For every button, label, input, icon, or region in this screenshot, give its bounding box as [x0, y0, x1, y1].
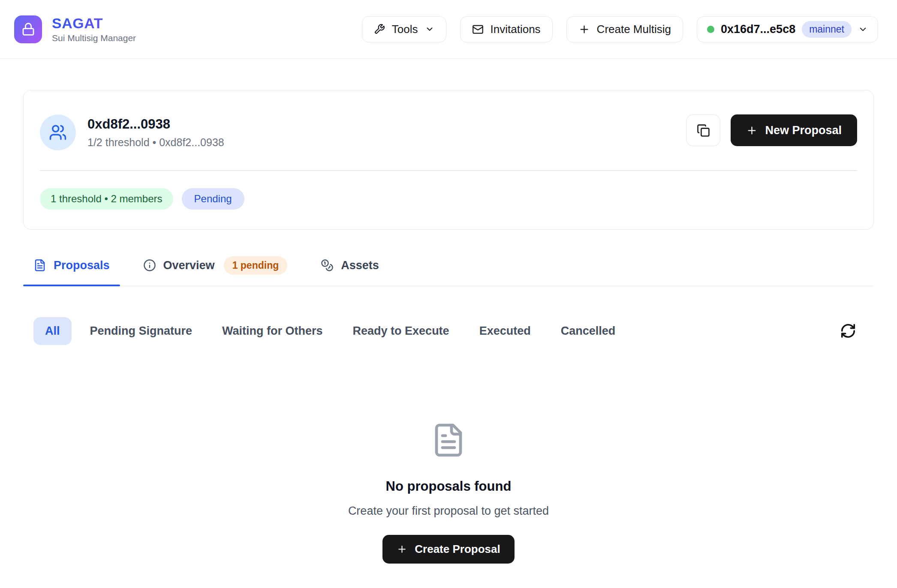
invitations-button[interactable]: Invitations: [460, 16, 553, 42]
lock-icon: [21, 22, 35, 36]
multisig-identity: 0xd8f2...0938 1/2 threshold • 0xd8f2...0…: [40, 114, 224, 150]
multisig-card: 0xd8f2...0938 1/2 threshold • 0xd8f2...0…: [23, 90, 874, 230]
membership-badge: 1 threshold • 2 members: [40, 188, 173, 210]
chevron-down-icon: [858, 24, 868, 34]
mail-icon: [472, 24, 484, 35]
connection-status-dot: [707, 26, 714, 33]
main-content: 0xd8f2...0938 1/2 threshold • 0xd8f2...0…: [0, 90, 897, 564]
empty-state-subtitle: Create your first proposal to get starte…: [348, 504, 549, 518]
multisig-text: 0xd8f2...0938 1/2 threshold • 0xd8f2...0…: [87, 117, 224, 149]
filter-ready-to-execute[interactable]: Ready to Execute: [341, 317, 461, 345]
filter-executed[interactable]: Executed: [468, 317, 542, 345]
filter-pending-signature[interactable]: Pending Signature: [78, 317, 204, 345]
filter-cancelled[interactable]: Cancelled: [549, 317, 627, 345]
copy-icon: [697, 124, 710, 137]
brand-text: SAGAT Sui Multisig Manager: [52, 15, 136, 43]
create-multisig-label: Create Multisig: [597, 23, 671, 36]
proposal-filters: All Pending Signature Waiting for Others…: [33, 317, 874, 345]
file-text-icon: [430, 422, 467, 458]
app-logo: [14, 15, 42, 43]
filter-all[interactable]: All: [33, 317, 72, 345]
multisig-threshold-subtitle: 1/2 threshold • 0xd8f2...0938: [87, 136, 224, 149]
tab-assets[interactable]: Assets: [310, 255, 389, 286]
app-tagline: Sui Multisig Manager: [52, 33, 136, 43]
app-title: SAGAT: [52, 15, 136, 32]
tab-overview-label: Overview: [163, 259, 215, 272]
status-badge: Pending: [182, 188, 244, 210]
tools-button[interactable]: Tools: [362, 16, 446, 42]
multisig-card-header: 0xd8f2...0938 1/2 threshold • 0xd8f2...0…: [40, 114, 857, 150]
app-header: SAGAT Sui Multisig Manager Tools: [0, 0, 897, 59]
copy-address-button[interactable]: [686, 114, 720, 146]
pending-count-badge: 1 pending: [224, 256, 288, 275]
brand: SAGAT Sui Multisig Manager: [14, 15, 136, 43]
multisig-address-title: 0xd8f2...0938: [87, 117, 224, 132]
header-actions: Tools Invitations Create Multisig: [362, 16, 878, 42]
refresh-icon: [840, 323, 856, 339]
invitations-label: Invitations: [491, 23, 541, 36]
avatar: [40, 114, 76, 150]
users-icon: [49, 123, 67, 141]
coins-icon: [321, 259, 334, 272]
tab-assets-label: Assets: [341, 259, 379, 272]
tab-proposals[interactable]: Proposals: [23, 255, 120, 286]
empty-state-title: No proposals found: [386, 479, 512, 494]
create-proposal-label: Create Proposal: [415, 543, 500, 556]
plus-icon: [746, 125, 758, 136]
tab-overview[interactable]: Overview 1 pending: [133, 255, 298, 286]
wallet-address: 0x16d7...e5c8: [721, 23, 795, 36]
create-multisig-button[interactable]: Create Multisig: [566, 16, 683, 42]
tab-proposals-label: Proposals: [54, 259, 110, 272]
new-proposal-button[interactable]: New Proposal: [731, 114, 857, 146]
card-divider: [40, 170, 857, 171]
wallet-menu-button[interactable]: 0x16d7...e5c8 mainnet: [697, 16, 878, 42]
file-text-icon: [33, 259, 46, 272]
info-icon: [143, 259, 156, 272]
wrench-icon: [374, 24, 385, 35]
new-proposal-label: New Proposal: [765, 124, 842, 137]
chevron-down-icon: [425, 24, 434, 34]
multisig-badges: 1 threshold • 2 members Pending: [40, 188, 857, 210]
refresh-button[interactable]: [838, 321, 858, 341]
filter-waiting-for-others[interactable]: Waiting for Others: [211, 317, 334, 345]
tools-label: Tools: [392, 23, 418, 36]
empty-state: No proposals found Create your first pro…: [23, 422, 874, 564]
network-badge: mainnet: [802, 21, 852, 38]
create-proposal-button[interactable]: Create Proposal: [382, 535, 514, 564]
multisig-card-actions: New Proposal: [686, 114, 857, 146]
tab-bar: Proposals Overview 1 pending Assets: [23, 255, 874, 286]
plus-icon: [578, 24, 590, 35]
plus-icon: [397, 544, 407, 555]
